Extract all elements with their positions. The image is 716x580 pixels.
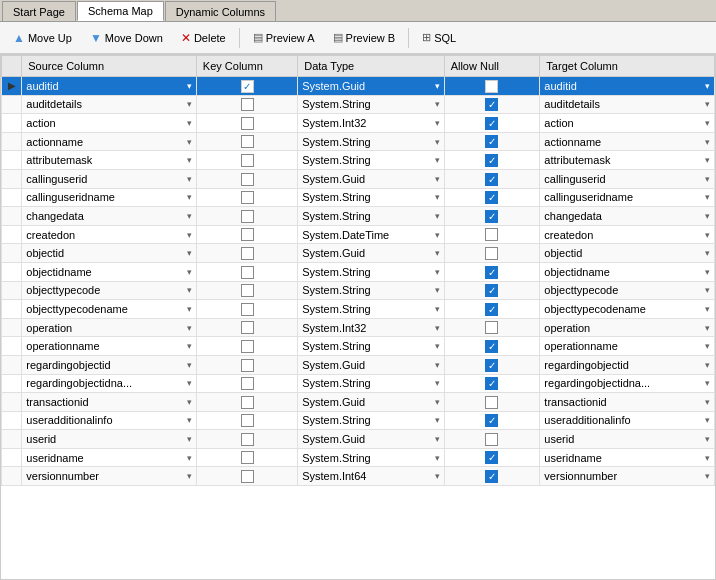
allow-null-checkbox[interactable]: ✓: [485, 377, 498, 390]
key-checkbox[interactable]: [241, 433, 254, 446]
allow-null-cell[interactable]: ✓: [444, 207, 540, 226]
table-row[interactable]: useradditionalinfo▾System.String▾✓userad…: [2, 411, 715, 430]
source-dropdown-icon[interactable]: ▾: [187, 267, 192, 277]
allow-null-cell[interactable]: [444, 77, 540, 96]
datatype-dropdown-icon[interactable]: ▾: [435, 360, 440, 370]
source-dropdown-icon[interactable]: ▾: [187, 378, 192, 388]
allow-null-cell[interactable]: ✓: [444, 374, 540, 393]
source-dropdown-icon[interactable]: ▾: [187, 323, 192, 333]
allow-null-checkbox[interactable]: ✓: [485, 359, 498, 372]
allow-null-checkbox[interactable]: ✓: [485, 470, 498, 483]
table-row[interactable]: changedata▾System.String▾✓changedata▾: [2, 207, 715, 226]
datatype-dropdown-icon[interactable]: ▾: [435, 230, 440, 240]
table-row[interactable]: objectid▾System.Guid▾objectid▾: [2, 244, 715, 263]
allow-null-checkbox[interactable]: [485, 433, 498, 446]
key-checkbox[interactable]: [241, 377, 254, 390]
allow-null-checkbox[interactable]: ✓: [485, 98, 498, 111]
source-dropdown-icon[interactable]: ▾: [187, 434, 192, 444]
target-dropdown-icon[interactable]: ▾: [705, 99, 710, 109]
target-dropdown-icon[interactable]: ▾: [705, 285, 710, 295]
preview-b-button[interactable]: ▤ Preview B: [326, 28, 403, 47]
allow-null-cell[interactable]: ✓: [444, 411, 540, 430]
key-column-cell[interactable]: [196, 300, 297, 319]
key-checkbox[interactable]: [241, 117, 254, 130]
source-dropdown-icon[interactable]: ▾: [187, 137, 192, 147]
allow-null-checkbox[interactable]: ✓: [485, 210, 498, 223]
allow-null-checkbox[interactable]: ✓: [485, 451, 498, 464]
table-row[interactable]: operationname▾System.String▾✓operationna…: [2, 337, 715, 356]
target-dropdown-icon[interactable]: ▾: [705, 471, 710, 481]
key-checkbox[interactable]: [241, 396, 254, 409]
key-checkbox[interactable]: [241, 173, 254, 186]
datatype-dropdown-icon[interactable]: ▾: [435, 397, 440, 407]
target-dropdown-icon[interactable]: ▾: [705, 118, 710, 128]
datatype-dropdown-icon[interactable]: ▾: [435, 453, 440, 463]
key-checkbox[interactable]: [241, 228, 254, 241]
allow-null-cell[interactable]: ✓: [444, 467, 540, 486]
allow-null-checkbox[interactable]: ✓: [485, 191, 498, 204]
source-dropdown-icon[interactable]: ▾: [187, 81, 192, 91]
target-dropdown-icon[interactable]: ▾: [705, 415, 710, 425]
key-column-cell[interactable]: [196, 95, 297, 114]
target-dropdown-icon[interactable]: ▾: [705, 323, 710, 333]
key-column-cell[interactable]: [196, 337, 297, 356]
source-dropdown-icon[interactable]: ▾: [187, 453, 192, 463]
allow-null-checkbox[interactable]: ✓: [485, 266, 498, 279]
source-dropdown-icon[interactable]: ▾: [187, 360, 192, 370]
key-checkbox[interactable]: [241, 414, 254, 427]
allow-null-cell[interactable]: [444, 430, 540, 449]
datatype-dropdown-icon[interactable]: ▾: [435, 81, 440, 91]
move-down-button[interactable]: ▼ Move Down: [83, 28, 170, 48]
table-row[interactable]: callinguseridname▾System.String▾✓calling…: [2, 188, 715, 207]
datatype-dropdown-icon[interactable]: ▾: [435, 471, 440, 481]
key-column-cell[interactable]: [196, 262, 297, 281]
target-dropdown-icon[interactable]: ▾: [705, 192, 710, 202]
allow-null-checkbox[interactable]: ✓: [485, 117, 498, 130]
key-checkbox[interactable]: [241, 247, 254, 260]
allow-null-cell[interactable]: ✓: [444, 114, 540, 133]
key-checkbox[interactable]: [241, 303, 254, 316]
datatype-dropdown-icon[interactable]: ▾: [435, 415, 440, 425]
allow-null-cell[interactable]: ✓: [444, 300, 540, 319]
datatype-dropdown-icon[interactable]: ▾: [435, 285, 440, 295]
key-checkbox[interactable]: [241, 210, 254, 223]
allow-null-checkbox[interactable]: [485, 396, 498, 409]
table-row[interactable]: objecttypecodename▾System.String▾✓object…: [2, 300, 715, 319]
table-row[interactable]: objectidname▾System.String▾✓objectidname…: [2, 262, 715, 281]
table-row[interactable]: transactionid▾System.Guid▾transactionid▾: [2, 393, 715, 412]
datatype-dropdown-icon[interactable]: ▾: [435, 118, 440, 128]
key-checkbox[interactable]: [241, 284, 254, 297]
table-row[interactable]: ▶auditid▾✓System.Guid▾auditid▾: [2, 77, 715, 96]
table-row[interactable]: actionname▾System.String▾✓actionname▾: [2, 132, 715, 151]
move-up-button[interactable]: ▲ Move Up: [6, 28, 79, 48]
target-dropdown-icon[interactable]: ▾: [705, 155, 710, 165]
preview-a-button[interactable]: ▤ Preview A: [246, 28, 322, 47]
target-dropdown-icon[interactable]: ▾: [705, 434, 710, 444]
target-dropdown-icon[interactable]: ▾: [705, 341, 710, 351]
key-checkbox[interactable]: [241, 154, 254, 167]
key-column-cell[interactable]: [196, 225, 297, 244]
datatype-dropdown-icon[interactable]: ▾: [435, 434, 440, 444]
allow-null-cell[interactable]: ✓: [444, 95, 540, 114]
datatype-dropdown-icon[interactable]: ▾: [435, 137, 440, 147]
allow-null-cell[interactable]: ✓: [444, 151, 540, 170]
source-dropdown-icon[interactable]: ▾: [187, 397, 192, 407]
target-dropdown-icon[interactable]: ▾: [705, 211, 710, 221]
table-row[interactable]: objecttypecode▾System.String▾✓objecttype…: [2, 281, 715, 300]
target-dropdown-icon[interactable]: ▾: [705, 397, 710, 407]
table-row[interactable]: action▾System.Int32▾✓action▾: [2, 114, 715, 133]
key-column-cell[interactable]: ✓: [196, 77, 297, 96]
target-dropdown-icon[interactable]: ▾: [705, 267, 710, 277]
tab-schema-map[interactable]: Schema Map: [77, 1, 164, 21]
table-row[interactable]: attributemask▾System.String▾✓attributema…: [2, 151, 715, 170]
source-dropdown-icon[interactable]: ▾: [187, 211, 192, 221]
key-checkbox[interactable]: [241, 98, 254, 111]
allow-null-checkbox[interactable]: ✓: [485, 414, 498, 427]
datatype-dropdown-icon[interactable]: ▾: [435, 174, 440, 184]
allow-null-checkbox[interactable]: ✓: [485, 135, 498, 148]
datatype-dropdown-icon[interactable]: ▾: [435, 378, 440, 388]
source-dropdown-icon[interactable]: ▾: [187, 118, 192, 128]
table-row[interactable]: operation▾System.Int32▾operation▾: [2, 318, 715, 337]
target-dropdown-icon[interactable]: ▾: [705, 378, 710, 388]
allow-null-cell[interactable]: ✓: [444, 281, 540, 300]
